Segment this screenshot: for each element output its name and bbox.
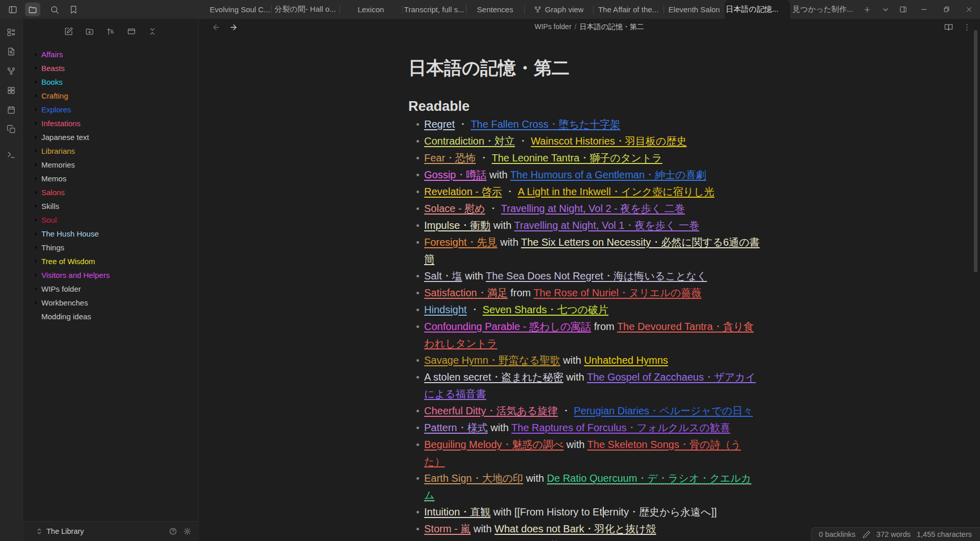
note-link[interactable]: Salt・塩 bbox=[424, 270, 462, 281]
note-link[interactable]: Fear・恐怖 bbox=[424, 152, 476, 163]
note-link[interactable]: Foresight・先見 bbox=[424, 237, 497, 248]
sidebar-item-the-hush-house[interactable]: The Hush House bbox=[23, 227, 198, 241]
new-tab-button[interactable] bbox=[860, 3, 875, 16]
editor-scrollbar[interactable] bbox=[974, 30, 977, 272]
note-link[interactable]: A stolen secret・盗まれた秘密 bbox=[424, 371, 564, 383]
breadcrumb-folder[interactable]: WIPs folder bbox=[534, 22, 571, 31]
sidebar-item-tree-of-wisdom[interactable]: Tree of Wisdom bbox=[23, 254, 198, 268]
note-link[interactable]: Confounding Parable - 惑わしの寓話 bbox=[424, 321, 591, 332]
note-link[interactable]: Solace - 慰め bbox=[424, 203, 485, 214]
pencil-icon[interactable] bbox=[863, 531, 870, 538]
window-restore-button[interactable] bbox=[935, 0, 958, 19]
editor-tab-eleventh-salon[interactable]: Eleventh Salon bbox=[664, 0, 725, 19]
sidebar-item-skills[interactable]: Skills bbox=[23, 199, 198, 213]
editor-tab-sentences[interactable]: Sentences bbox=[466, 0, 524, 19]
tab-close-button[interactable] bbox=[782, 5, 789, 14]
note-link[interactable]: Satisfaction・満足 bbox=[424, 287, 507, 298]
reading-view-button[interactable] bbox=[942, 21, 954, 33]
note-link[interactable]: A Light in the Inkwell・インク壺に宿りし光 bbox=[518, 186, 714, 197]
editor-tab-item[interactable]: 日本語の記憶... bbox=[725, 0, 790, 19]
note-inline-title[interactable]: 日本語の記憶・第二 bbox=[408, 57, 762, 79]
word-count[interactable]: 372 words bbox=[876, 530, 911, 538]
terminal-icon[interactable] bbox=[4, 149, 18, 161]
note-link[interactable]: Intuition・直観 bbox=[424, 506, 491, 518]
note-link[interactable]: The Sea Does Not Regret・海は悔いることなく bbox=[486, 270, 707, 281]
note-link[interactable]: Seven Shards・七つの破片 bbox=[483, 304, 609, 315]
note-link[interactable]: The Fallen Cross・堕ちた十字架 bbox=[471, 119, 620, 130]
sidebar-item-workbenches[interactable]: Workbenches bbox=[23, 296, 198, 310]
sidebar-item-crafting[interactable]: Crafting bbox=[23, 89, 198, 103]
help-button[interactable] bbox=[169, 527, 177, 535]
note-link[interactable]: Unhatched Hymns bbox=[584, 355, 668, 366]
sidebar-item-memories[interactable]: Memories bbox=[23, 158, 198, 172]
sidebar-item-soul[interactable]: Soul bbox=[23, 213, 198, 227]
collapse-all-button-icon[interactable] bbox=[145, 25, 159, 37]
note-link[interactable]: Travelling at Night, Vol 1・夜を歩く 一巻 bbox=[514, 220, 699, 231]
editor-tab-item[interactable]: 見つかった制作... bbox=[790, 0, 855, 19]
sidebar-item-affairs[interactable]: Affairs bbox=[23, 48, 198, 61]
left-sidebar-toggle-button[interactable] bbox=[5, 3, 20, 16]
sidebar-item-memos[interactable]: Memos bbox=[23, 172, 198, 185]
window-minimize-button[interactable] bbox=[913, 0, 935, 19]
sidebar-item-books[interactable]: Books bbox=[23, 75, 198, 89]
editor-tab-graph-view[interactable]: Graph view bbox=[524, 0, 593, 19]
sidebar-item-wips-folder[interactable]: WIPs folder bbox=[23, 282, 198, 296]
note-link[interactable]: Revelation - 啓示 bbox=[424, 186, 502, 197]
note-link[interactable]: Impulse・衝動 bbox=[424, 220, 491, 231]
calendar-icon[interactable] bbox=[4, 104, 18, 116]
breadcrumb-file[interactable]: 日本語の記憶・第二 bbox=[579, 22, 644, 31]
note-link[interactable]: Regret bbox=[424, 119, 455, 130]
note-link[interactable]: Beguiling Melody・魅惑の調べ bbox=[424, 439, 564, 450]
sidebar-item-japanese-text[interactable]: Japanese text bbox=[23, 130, 198, 144]
sidebar-item-infestations[interactable]: Infestations bbox=[23, 116, 198, 130]
note-link[interactable]: Savage Hymn・野蛮なる聖歌 bbox=[424, 355, 560, 366]
backlinks-count[interactable]: 0 backlinks bbox=[819, 530, 855, 538]
note-link[interactable]: What does not Bark・羽化と抜け殻 bbox=[495, 523, 656, 534]
note-link[interactable]: The Raptures of Forculus・フォルクルスの歓喜 bbox=[511, 422, 730, 433]
character-count[interactable]: 1,455 characters bbox=[917, 530, 972, 538]
note-link[interactable]: The Rose of Nuriel・ヌリエルの薔薇 bbox=[533, 287, 701, 298]
graph-icon[interactable] bbox=[4, 65, 18, 77]
sidebar-item-things[interactable]: Things bbox=[23, 241, 198, 254]
settings-button[interactable] bbox=[183, 527, 191, 535]
note-link[interactable]: Earth Sign・大地の印 bbox=[424, 473, 523, 484]
note-content[interactable]: 日本語の記憶・第二 Readable Regret ・ The Fallen C… bbox=[408, 57, 762, 541]
sidebar-item-visitors-and-helpers[interactable]: Visitors and Helpers bbox=[23, 268, 198, 282]
note-link[interactable]: Pattern・様式 bbox=[424, 422, 487, 433]
navigate-forward-button[interactable] bbox=[227, 21, 239, 33]
note-link[interactable]: Contradiction・対立 bbox=[424, 135, 515, 147]
note-link[interactable]: Hindsight bbox=[424, 304, 467, 315]
editor-tab-lexicon[interactable]: Lexicon bbox=[339, 0, 402, 19]
tab-list-dropdown-button[interactable] bbox=[878, 3, 893, 16]
sidebar-item-salons[interactable]: Salons bbox=[23, 185, 198, 199]
note-link[interactable]: Perugian Diaries・ペルージャでの日々 bbox=[574, 405, 753, 416]
section-heading[interactable]: Readable bbox=[408, 98, 762, 114]
file-search-icon[interactable] bbox=[4, 45, 18, 58]
note-link[interactable]: Gossip・噂話 bbox=[424, 169, 486, 180]
sidebar-item-beasts[interactable]: Beasts bbox=[23, 61, 198, 75]
note-link[interactable]: Travelling at Night, Vol 2 - 夜を歩く 二巻 bbox=[501, 203, 685, 214]
bookmarks-tab-button[interactable] bbox=[66, 3, 81, 16]
new-note-button-icon[interactable] bbox=[62, 25, 75, 37]
sidebar-item-modding-ideas[interactable]: Modding ideas bbox=[23, 310, 198, 323]
layout-grid-icon[interactable] bbox=[4, 84, 18, 97]
copy-icon[interactable] bbox=[4, 123, 18, 135]
files-tab-button[interactable] bbox=[25, 3, 40, 16]
note-link[interactable]: The Humours of a Gentleman・紳士の喜劇 bbox=[510, 169, 706, 180]
window-close-button[interactable] bbox=[958, 0, 980, 19]
vault-switcher[interactable]: The Library bbox=[23, 521, 198, 541]
editor-tab-evolving-soul-c[interactable]: Evolving Soul C... bbox=[209, 0, 271, 19]
sidebar-item-librarians[interactable]: Librarians bbox=[23, 144, 198, 158]
note-link[interactable]: Cheerful Ditty・活気ある旋律 bbox=[424, 405, 558, 416]
editor-tab-transcript-full-s[interactable]: Transcript, full s... bbox=[402, 0, 466, 19]
editor-tab-hall-o[interactable]: 分裂の間- Hall o... bbox=[271, 0, 339, 19]
sidebar-item-explores[interactable]: Explores bbox=[23, 103, 198, 116]
sort-order-button-icon[interactable] bbox=[104, 25, 117, 37]
right-sidebar-toggle-button[interactable] bbox=[893, 0, 913, 19]
navigate-back-button[interactable] bbox=[210, 21, 222, 33]
note-link[interactable]: Storm - 嵐 bbox=[424, 523, 471, 534]
new-folder-button-icon[interactable] bbox=[83, 25, 96, 37]
more-options-button[interactable] bbox=[961, 21, 973, 33]
note-link[interactable]: The Leonine Tantra・獅子のタントラ bbox=[492, 152, 662, 163]
layout-list-icon[interactable] bbox=[4, 26, 18, 38]
